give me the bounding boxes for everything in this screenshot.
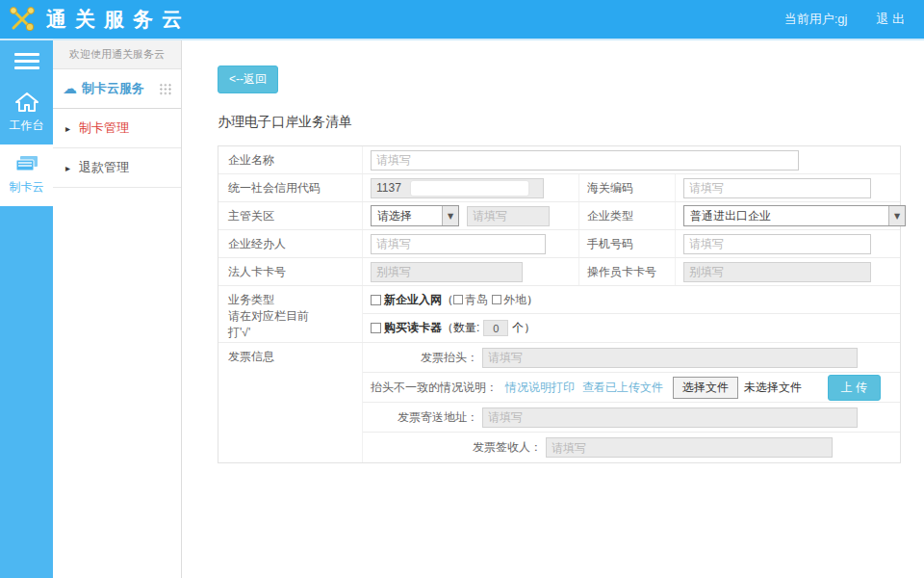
operator-card-label: 操作员卡卡号 xyxy=(587,264,656,280)
form-row-company: 企业名称 xyxy=(218,146,900,174)
chevron-down-icon: ▼ xyxy=(888,206,905,225)
mobile-label: 手机号码 xyxy=(587,236,633,252)
home-icon xyxy=(14,92,39,113)
enterprise-type-select[interactable]: 普通进出口企业 ▼ xyxy=(683,205,906,226)
form-row-district-type: 主管关区 请选择 ▼ 企业类型 普通进出口企业 ▼ xyxy=(218,202,900,230)
form-row-codes: 统一社会信用代码 海关编码 xyxy=(218,174,900,202)
logout-button[interactable]: 退 出 xyxy=(876,11,905,28)
rail-item-cardcloud[interactable]: 制卡云 xyxy=(0,144,53,206)
card-icon xyxy=(13,153,40,174)
form-row-cards: 法人卡卡号 操作员卡卡号 xyxy=(218,258,900,286)
legal-card-input[interactable] xyxy=(371,262,523,282)
paren-open: （ xyxy=(442,292,453,308)
invoice-recipient-label: 发票签收人： xyxy=(371,439,542,456)
secondary-sidebar: 欢迎使用通关服务云 ☁ 制卡云服务 ▸ 制卡管理 ▸ 退款管理 xyxy=(53,40,182,578)
customs-code-label: 海关编码 xyxy=(587,180,633,197)
sidebar-item-refund-management[interactable]: ▸ 退款管理 xyxy=(53,148,181,188)
invoice-mismatch-row: 抬头不一致的情况说明： 情况说明打印 查看已上传文件 选择文件 未选择文件 上 … xyxy=(363,373,900,403)
mismatch-label: 抬头不一致的情况说明： xyxy=(371,380,498,396)
grid-icon[interactable] xyxy=(159,83,172,95)
handler-input[interactable] xyxy=(371,234,546,254)
invoice-title-row: 发票抬头： xyxy=(363,343,900,373)
qingdao-label: 青岛 xyxy=(465,292,488,308)
back-button[interactable]: <--返回 xyxy=(218,66,278,93)
option-new-enterprise-row: 新企业入网 （ 青岛 外地 ） xyxy=(363,286,900,314)
arrow-right-icon: ▸ xyxy=(65,163,70,173)
main-content: <--返回 办理电子口岸业务清单 企业名称 统一社会信用代码 海关编码 xyxy=(183,40,924,578)
card-reader-label: 购买读卡器 xyxy=(384,320,442,336)
invoice-address-input[interactable] xyxy=(482,407,858,428)
welcome-banner: 欢迎使用通关服务云 xyxy=(53,40,181,69)
app-header: 通关服务云 当前用户:gj 退 出 xyxy=(0,0,924,40)
quantity-input[interactable] xyxy=(483,320,508,336)
current-user-label: 当前用户:gj xyxy=(784,11,848,28)
qty-suffix: 个） xyxy=(512,320,535,336)
business-type-hint2: 打'√' xyxy=(228,325,309,341)
company-name-input[interactable] xyxy=(371,150,799,171)
qingdao-checkbox[interactable] xyxy=(453,295,463,304)
paren-close: ） xyxy=(526,292,538,308)
print-statement-link[interactable]: 情况说明打印 xyxy=(505,380,575,396)
mobile-input[interactable] xyxy=(683,234,871,254)
page-title: 办理电子口岸业务清单 xyxy=(218,114,924,131)
company-name-label: 企业名称 xyxy=(228,152,274,169)
new-enterprise-checkbox[interactable] xyxy=(371,295,381,305)
handler-label: 企业经办人 xyxy=(228,236,286,252)
left-rail: 工作台 制卡云 xyxy=(0,40,53,578)
enterprise-type-label: 企业类型 xyxy=(587,208,633,224)
arrow-right-icon: ▸ xyxy=(65,123,70,134)
form-row-business-type: 业务类型 请在对应栏目前 打'√' 新企业入网 （ 青岛 外地 ） xyxy=(218,286,900,343)
redacted-value xyxy=(411,181,528,196)
form-row-handler-mobile: 企业经办人 手机号码 xyxy=(218,230,900,258)
credit-code-label: 统一社会信用代码 xyxy=(228,180,321,197)
choose-file-button[interactable]: 选择文件 xyxy=(673,377,738,399)
rail-item-label: 制卡云 xyxy=(10,179,44,196)
legal-card-label: 法人卡卡号 xyxy=(228,264,286,280)
sidebar-item-label: 制卡管理 xyxy=(79,119,129,137)
invoice-address-row: 发票寄送地址： xyxy=(363,403,900,433)
business-type-label: 业务类型 xyxy=(228,292,309,308)
menu-toggle-icon[interactable] xyxy=(14,53,39,69)
invoice-recipient-row: 发票签收人： xyxy=(363,433,900,462)
app-logo-icon xyxy=(8,5,37,34)
qty-prefix: （数量: xyxy=(442,320,479,336)
customs-code-input[interactable] xyxy=(683,178,871,198)
chevron-down-icon: ▼ xyxy=(442,206,458,225)
business-form: 企业名称 统一社会信用代码 海关编码 主管关区 xyxy=(218,145,901,463)
invoice-title-label: 发票抬头： xyxy=(371,350,478,366)
invoice-section-label: 发票信息 xyxy=(228,349,274,365)
no-file-label: 未选择文件 xyxy=(744,380,802,396)
sidebar-section-label: 制卡云服务 xyxy=(82,80,144,97)
rail-item-workbench[interactable]: 工作台 xyxy=(0,83,53,144)
option-card-reader-row: 购买读卡器 （数量: 个） xyxy=(363,314,900,342)
invoice-address-label: 发票寄送地址： xyxy=(371,409,478,426)
district-code-input[interactable] xyxy=(467,206,550,226)
invoice-recipient-input[interactable] xyxy=(546,437,833,458)
business-type-hint1: 请在对应栏目前 xyxy=(228,308,309,325)
new-enterprise-label: 新企业入网 xyxy=(384,292,442,308)
operator-card-input[interactable] xyxy=(683,262,871,282)
invoice-title-input[interactable] xyxy=(482,348,858,368)
app-title: 通关服务云 xyxy=(46,6,191,33)
outoftown-checkbox[interactable] xyxy=(492,295,501,304)
outoftown-label: 外地 xyxy=(503,292,526,308)
sidebar-item-label: 退款管理 xyxy=(79,159,129,176)
view-uploaded-link[interactable]: 查看已上传文件 xyxy=(582,380,663,396)
rail-item-label: 工作台 xyxy=(10,118,44,134)
card-reader-checkbox[interactable] xyxy=(371,323,381,333)
upload-button[interactable]: 上 传 xyxy=(828,375,881,401)
form-row-invoice: 发票信息 发票抬头： 抬头不一致的情况说明： 情况说明打印 查看已上传文件 选择… xyxy=(218,343,900,462)
sidebar-section-cardcloud-service[interactable]: ☁ 制卡云服务 xyxy=(53,69,181,109)
cloud-icon: ☁ xyxy=(63,80,77,97)
district-label: 主管关区 xyxy=(228,208,274,224)
district-select[interactable]: 请选择 ▼ xyxy=(371,205,459,226)
sidebar-item-card-management[interactable]: ▸ 制卡管理 xyxy=(53,109,181,148)
